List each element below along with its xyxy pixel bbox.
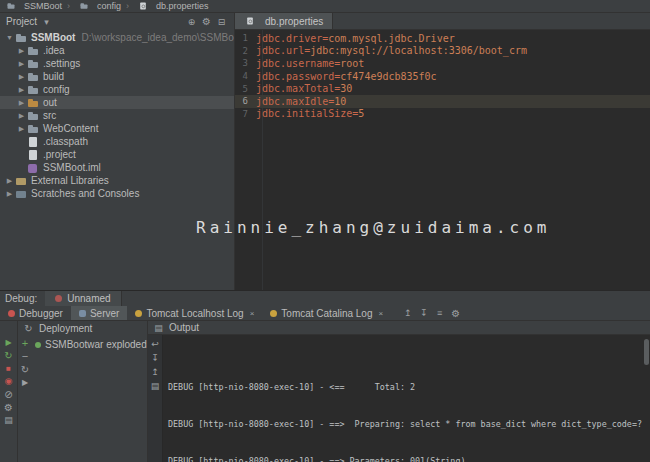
tree-item[interactable]: ▶ External Libraries <box>0 174 234 187</box>
hide-icon[interactable] <box>215 16 228 28</box>
code-line[interactable]: 5 jdbc.maxTotal=30 <box>235 82 650 95</box>
debug-tab[interactable]: Tomcat Catalina Log <box>262 306 391 320</box>
expand-arrow-icon[interactable]: ▶ <box>16 112 27 120</box>
console-line: DEBUG [http-nio-8080-exec-10] - ==> Para… <box>168 457 650 462</box>
expand-arrow-icon[interactable]: ▶ <box>16 86 27 94</box>
debug-session-label: Unnamed <box>67 293 110 304</box>
close-icon[interactable] <box>250 309 255 318</box>
expand-arrow-icon[interactable]: ▶ <box>16 47 27 55</box>
editor-tab-bar: db.properties <box>235 13 650 30</box>
file-icon <box>27 136 39 148</box>
expand-arrow-icon[interactable]: ▶ <box>16 99 27 107</box>
tree-item-label: .settings <box>43 58 80 69</box>
rerun-icon[interactable] <box>2 349 15 361</box>
tree-item[interactable]: .project <box>0 148 234 161</box>
tree-item[interactable]: ▶ config <box>0 83 234 96</box>
line-number: 6 <box>235 96 256 106</box>
refresh-icon[interactable] <box>19 363 32 375</box>
expand-arrow-icon[interactable]: ▶ <box>16 125 27 133</box>
debug-tab[interactable]: Debugger <box>0 306 71 320</box>
soft-wrap-icon[interactable] <box>149 338 162 350</box>
code-line[interactable]: 4 jdbc.password=cf474e9dcb835f0c <box>235 70 650 83</box>
editor-tab[interactable]: db.properties <box>235 13 333 29</box>
more-icon[interactable] <box>433 307 446 319</box>
expand-arrow-icon[interactable]: ▶ <box>4 190 15 198</box>
scroll-to-end-icon[interactable] <box>149 352 162 364</box>
clear-icon[interactable] <box>149 380 162 392</box>
property-key: jdbc.driver <box>256 33 322 44</box>
tree-item[interactable]: SSMBoot.iml <box>0 161 234 174</box>
mute-breakpoints-icon[interactable] <box>2 388 15 400</box>
property-key: jdbc.maxIdle <box>256 96 328 107</box>
tree-item-label: SSMBoot.iml <box>43 162 101 173</box>
deployment-header: Deployment <box>18 321 147 335</box>
tree-item[interactable]: ▶ .settings <box>0 57 234 70</box>
settings-icon[interactable] <box>2 401 15 413</box>
code-line[interactable]: 6 jdbc.maxIdle=10 <box>235 95 650 108</box>
breadcrumb-item[interactable]: db.properties <box>121 0 209 12</box>
tree-item[interactable]: ▶ Scratches and Consoles <box>0 187 234 200</box>
resume-icon[interactable] <box>2 336 15 348</box>
restore-layout-icon[interactable] <box>2 414 15 426</box>
tree-item[interactable]: ▶ WebContent <box>0 122 234 135</box>
scroll-up-icon[interactable] <box>401 307 414 319</box>
line-number: 7 <box>235 109 256 119</box>
tree-item[interactable]: .classpath <box>0 135 234 148</box>
debug-session-tab[interactable]: Unnamed <box>45 291 121 306</box>
tree-item-label: .idea <box>43 45 65 56</box>
output-header: Output <box>148 321 650 335</box>
expand-arrow-icon[interactable]: ▼ <box>4 34 15 41</box>
breadcrumb-item[interactable]: config <box>62 0 121 12</box>
code-line[interactable]: 1 jdbc.driver=com.mysql.jdbc.Driver <box>235 32 650 45</box>
tree-item[interactable]: ▼ SSMBoot D:\workspace_idea_demo\SSMBoot <box>0 31 234 44</box>
stop-icon[interactable] <box>2 362 15 374</box>
start-icon[interactable] <box>19 376 32 388</box>
tree-item[interactable]: ▶ out <box>0 96 234 109</box>
breadcrumb-label: config <box>97 1 121 11</box>
property-key: jdbc.username <box>256 58 334 69</box>
debug-tab-bar: Debugger Server Tomcat Localhost Log <box>0 306 650 321</box>
editor-content[interactable]: 1 jdbc.driver=com.mysql.jdbc.Driver 2 jd… <box>235 30 650 290</box>
code-line[interactable]: 2 jdbc.url=jdbc:mysql://localhost:3306/b… <box>235 45 650 58</box>
tree-item-label: out <box>43 97 57 108</box>
property-value: cf474e9dcb835f0c <box>340 71 436 82</box>
iml-icon <box>27 162 39 174</box>
tree-item[interactable]: ▶ build <box>0 70 234 83</box>
expand-arrow-icon[interactable]: ▶ <box>16 60 27 68</box>
locate-icon[interactable] <box>185 16 198 28</box>
debug-left-toolbar <box>0 321 18 462</box>
expand-arrow-icon[interactable]: ▶ <box>16 73 27 81</box>
debug-tab[interactable]: Server <box>71 306 127 320</box>
refresh-icon[interactable] <box>22 322 35 334</box>
tomcat-icon <box>270 310 277 317</box>
scroll-to-top-icon[interactable] <box>149 366 162 378</box>
debug-tab[interactable]: Tomcat Localhost Log <box>127 306 262 320</box>
project-header-toolbar <box>185 16 228 28</box>
close-icon[interactable] <box>379 309 384 318</box>
scroll-down-icon[interactable] <box>417 307 430 319</box>
breadcrumb-item[interactable]: SSMBoot <box>5 0 62 12</box>
expand-arrow-icon[interactable]: ▶ <box>4 177 15 185</box>
add-icon[interactable] <box>19 337 32 349</box>
property-value: com.mysql.jdbc.Driver <box>328 33 454 44</box>
project-panel-title[interactable]: Project <box>6 16 37 27</box>
console-scrollbar[interactable] <box>644 339 649 365</box>
code-line[interactable]: 3 jdbc.username=root <box>235 57 650 70</box>
console-output[interactable]: DEBUG [http-nio-8080-exec-10] - <== Tota… <box>163 335 650 462</box>
property-value: root <box>340 58 364 69</box>
project-icon <box>7 2 15 10</box>
tree-item[interactable]: ▶ src <box>0 109 234 122</box>
chevron-down-icon[interactable] <box>40 16 53 28</box>
settings-icon[interactable] <box>200 16 213 28</box>
line-number: 5 <box>235 84 256 94</box>
code-line[interactable]: 7 jdbc.initialSize=5 <box>235 108 650 121</box>
code-text: jdbc.driver=com.mysql.jdbc.Driver <box>256 33 455 44</box>
remove-icon[interactable] <box>19 350 32 362</box>
project-tree: ▼ SSMBoot D:\workspace_idea_demo\SSMBoot… <box>0 30 234 290</box>
settings-icon[interactable] <box>449 307 462 319</box>
tree-item[interactable]: ▶ .idea <box>0 44 234 57</box>
deployment-item[interactable]: SSMBootwar exploded <box>32 338 147 351</box>
folder-icon <box>80 2 88 10</box>
property-value: 5 <box>358 108 364 119</box>
view-breakpoints-icon[interactable] <box>2 375 15 387</box>
